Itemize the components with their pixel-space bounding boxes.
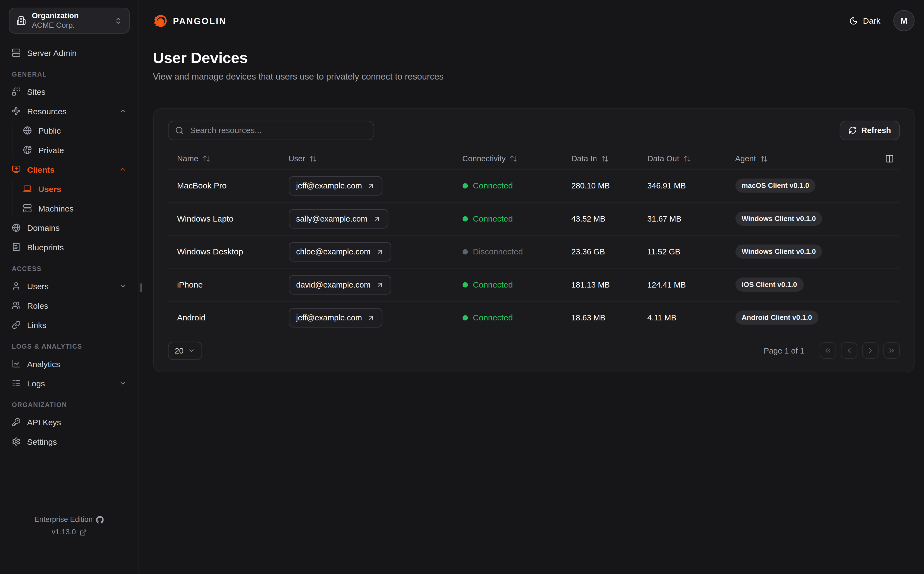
chevrons-left-icon [824,347,832,355]
sidebar-item-blueprints[interactable]: Blueprints [0,237,138,257]
first-page-button[interactable] [820,342,836,359]
sidebar-item-roles[interactable]: Roles [0,296,138,315]
waypoints-icon [12,107,20,116]
refresh-button[interactable]: Refresh [839,121,900,140]
refresh-label: Refresh [861,126,891,135]
data-in-value: 43.52 MB [571,214,647,223]
pangolin-logo-icon [153,13,167,28]
table-row: Android jeff@example.com Connected 18.63… [167,301,900,334]
sidebar-item-public[interactable]: Public [0,121,138,140]
status-dot [462,315,468,320]
sidebar-item-links[interactable]: Links [0,315,138,335]
theme-toggle-button[interactable]: Dark [849,16,880,25]
sidebar-item-label: Users [27,281,49,291]
key-icon [12,418,20,427]
sidebar-item-domains[interactable]: Domains [0,218,138,238]
pagination: Page 1 of 1 [764,342,900,359]
sort-icon [202,155,210,162]
sidebar-item-private[interactable]: Private [0,140,138,160]
data-in-value: 18.63 MB [571,313,647,322]
columns-icon [885,155,894,164]
version-row[interactable]: v1.13.0 [0,526,138,538]
page-info: Page 1 of 1 [764,346,804,355]
data-out-value: 11.52 GB [647,247,735,256]
sidebar-item-server-admin[interactable]: Server Admin [0,43,138,63]
external-link-icon [79,529,87,536]
connectivity-status: Connected [462,181,571,190]
column-header-data-in[interactable]: Data In [571,155,647,164]
device-name: Windows Lapto [167,214,289,224]
sidebar-item-clients[interactable]: Clients [0,160,138,179]
sidebar-item-label: Settings [27,437,57,446]
column-header-connectivity[interactable]: Connectivity [462,155,571,164]
arrow-up-right-icon [367,314,375,322]
sidebar-item-label: Public [38,126,61,135]
monitor-up-icon [12,165,20,174]
column-label: Name [177,155,198,164]
section-label-access: ACCESS [0,261,138,276]
devices-table-card: Refresh Name User Connectivity Data In [153,108,915,372]
user-link-button[interactable]: david@example.com [289,275,391,294]
sidebar-item-analytics[interactable]: Analytics [0,354,138,374]
column-settings-button[interactable] [879,155,900,164]
arrow-up-right-icon [373,215,380,222]
brand[interactable]: PANGOLIN [153,13,227,28]
arrow-up-right-icon [376,281,383,289]
agent-badge: Windows Client v0.1.0 [735,211,822,226]
column-header-user[interactable]: User [289,155,462,164]
section-label-logs-analytics: LOGS & ANALYTICS [0,339,138,354]
agent-badge: iOS Client v0.1.0 [735,278,804,292]
topbar: PANGOLIN Dark M [153,10,915,31]
column-header-agent[interactable]: Agent [735,155,879,164]
resources-subgroup: Public Private [0,121,138,160]
search-input[interactable] [189,125,367,136]
table-toolbar: Refresh [167,121,900,140]
users-icon [12,301,20,310]
data-out-value: 346.91 MB [647,181,735,190]
sidebar-item-client-users[interactable]: Users [0,179,138,199]
device-name: MacBook Pro [167,181,289,190]
sidebar-item-label: Clients [27,164,55,174]
sidebar-item-sites[interactable]: Sites [0,82,138,101]
user-link-button[interactable]: jeff@example.com [289,308,383,328]
theme-toggle-label: Dark [863,16,880,25]
sidebar-item-label: Machines [38,203,74,213]
sidebar-item-settings[interactable]: Settings [0,432,138,451]
agent-badge: Windows Client v0.1.0 [735,244,822,259]
sidebar-item-label: Sites [27,87,46,96]
edition-row[interactable]: Enterprise Edition [0,514,138,526]
sort-icon [510,155,517,162]
column-label: User [289,155,305,164]
sidebar-item-label: API Keys [27,417,61,427]
page-title: User Devices [153,49,915,66]
brand-name: PANGOLIN [173,16,227,25]
prev-page-button[interactable] [841,342,858,359]
next-page-button[interactable] [862,342,879,359]
last-page-button[interactable] [883,342,900,359]
agent-badge: macOS Client v0.1.0 [735,179,816,193]
user-link-button[interactable]: chloe@example.com [289,242,391,262]
org-label: Organization [32,11,108,20]
avatar[interactable]: M [893,10,915,31]
main-content: PANGOLIN Dark M User Devices View and ma… [139,0,924,574]
receipt-icon [12,243,20,252]
table-header-row: Name User Connectivity Data In Data Out [167,149,900,169]
sidebar-item-logs[interactable]: Logs [0,374,138,393]
org-switcher[interactable]: Organization ACME Corp. [9,8,129,33]
status-dot [462,183,468,188]
sidebar-item-label: Private [38,145,64,155]
topbar-right: Dark M [849,10,915,31]
sidebar-item-users[interactable]: Users [0,276,138,296]
status-label: Connected [473,214,513,224]
column-header-data-out[interactable]: Data Out [647,155,735,164]
sidebar-item-resources[interactable]: Resources [0,101,138,121]
sidebar-item-api-keys[interactable]: API Keys [0,412,138,432]
page-size-select[interactable]: 20 [167,341,202,360]
app-window: Organization ACME Corp. Server Admin GEN… [0,0,924,574]
table-footer: 20 Page 1 of 1 [167,341,900,360]
column-header-name[interactable]: Name [167,155,289,164]
user-link-button[interactable]: jeff@example.com [289,176,383,196]
section-label-organization: ORGANIZATION [0,397,138,412]
user-link-button[interactable]: sally@example.com [289,209,388,229]
sidebar-item-machines[interactable]: Machines [0,199,138,218]
